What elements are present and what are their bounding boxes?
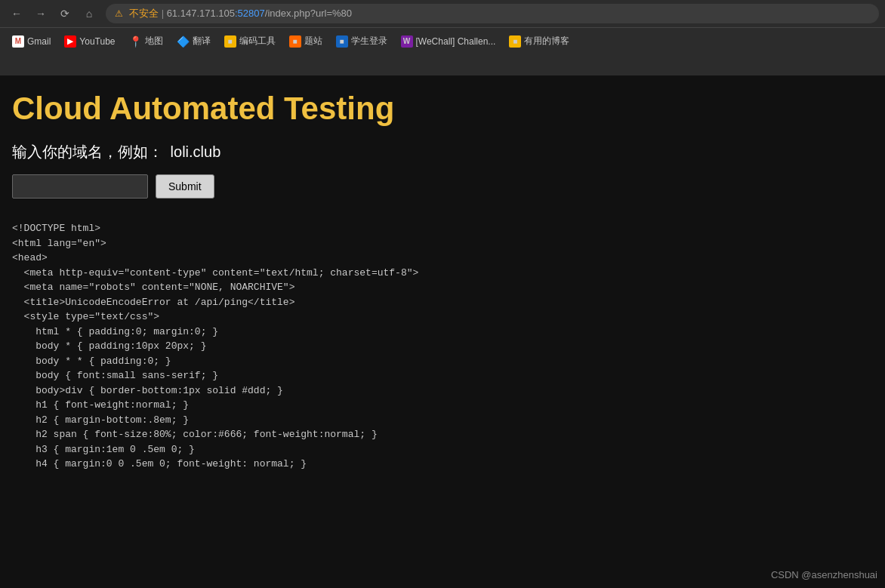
refresh-button[interactable]: ⟳ bbox=[54, 3, 76, 24]
address-text: 不安全 | 61.147.171.105:52807/index.php?url… bbox=[129, 7, 870, 20]
bookmarks-bar: M Gmail ▶ YouTube 📍 地图 🔷 翻译 ■ 编码工具 ■ 题站 bbox=[0, 27, 885, 54]
translate-icon: 🔷 bbox=[177, 35, 190, 48]
watermark: CSDN @asenzhenshuai bbox=[771, 569, 877, 580]
bookmark-translate[interactable]: 🔷 翻译 bbox=[171, 32, 217, 51]
bookmark-maps[interactable]: 📍 地图 bbox=[123, 32, 169, 51]
bookmark-label: 有用的博客 bbox=[524, 35, 569, 48]
browser-chrome: ← → ⟳ ⌂ ⚠ 不安全 | 61.147.171.105:52807/ind… bbox=[0, 0, 885, 75]
security-label: 不安全 bbox=[129, 8, 159, 19]
bookmark-youtube[interactable]: ▶ YouTube bbox=[58, 32, 121, 51]
page-title: Cloud Automated Testing bbox=[12, 91, 873, 127]
submit-button[interactable]: Submit bbox=[156, 174, 214, 199]
bookmark-label: [WeChall] Challen... bbox=[416, 36, 496, 47]
domain-input[interactable] bbox=[12, 174, 148, 199]
bookmark-label: 翻译 bbox=[193, 35, 211, 48]
wechall-icon: W bbox=[401, 35, 413, 48]
back-button[interactable]: ← bbox=[6, 3, 27, 24]
address-port: :52807 bbox=[235, 8, 265, 19]
home-button[interactable]: ⌂ bbox=[79, 3, 100, 24]
student-icon: ■ bbox=[336, 35, 348, 48]
address-path: /index.php?url=%80 bbox=[265, 8, 352, 19]
bookmark-label: 学生登录 bbox=[351, 35, 387, 48]
coding-icon: ■ bbox=[224, 35, 236, 48]
bookmark-label: YouTube bbox=[79, 36, 115, 47]
bookmark-student[interactable]: ■ 学生登录 bbox=[330, 32, 393, 51]
gmail-icon: M bbox=[12, 35, 24, 48]
page-content: Cloud Automated Testing 输入你的域名，例如： loli.… bbox=[0, 75, 885, 588]
maps-icon: 📍 bbox=[129, 35, 142, 48]
nav-buttons: ← → ⟳ ⌂ bbox=[6, 3, 100, 24]
browser-title-bar: ← → ⟳ ⌂ ⚠ 不安全 | 61.147.171.105:52807/ind… bbox=[0, 0, 885, 27]
subtitle-row: 输入你的域名，例如： loli.club bbox=[12, 142, 873, 162]
useful-icon: ■ bbox=[509, 35, 521, 48]
address-bar[interactable]: ⚠ 不安全 | 61.147.171.105:52807/index.php?u… bbox=[106, 4, 879, 23]
security-icon: ⚠ bbox=[115, 8, 123, 19]
bookmark-wechall[interactable]: W [WeChall] Challen... bbox=[395, 32, 502, 51]
code-display: <!DOCTYPE html> <html lang="en"> <head> … bbox=[12, 221, 873, 472]
bookmark-label: Gmail bbox=[27, 36, 51, 47]
bookmark-problems[interactable]: ■ 题站 bbox=[283, 32, 328, 51]
subtitle-text: 输入你的域名，例如： loli.club bbox=[12, 143, 220, 160]
form-row: Submit bbox=[12, 174, 873, 199]
forward-button[interactable]: → bbox=[30, 3, 51, 24]
bookmark-coding[interactable]: ■ 编码工具 bbox=[218, 32, 282, 51]
problems-icon: ■ bbox=[289, 35, 301, 48]
address-host: 61.147.171.105 bbox=[167, 8, 235, 19]
youtube-icon: ▶ bbox=[64, 35, 76, 48]
bookmark-useful[interactable]: ■ 有用的博客 bbox=[503, 32, 575, 51]
bookmark-label: 编码工具 bbox=[239, 35, 276, 48]
example-domain: loli.club bbox=[171, 143, 221, 160]
bookmark-gmail[interactable]: M Gmail bbox=[6, 32, 57, 51]
bookmark-label: 地图 bbox=[145, 35, 163, 48]
bookmark-label: 题站 bbox=[304, 35, 322, 48]
